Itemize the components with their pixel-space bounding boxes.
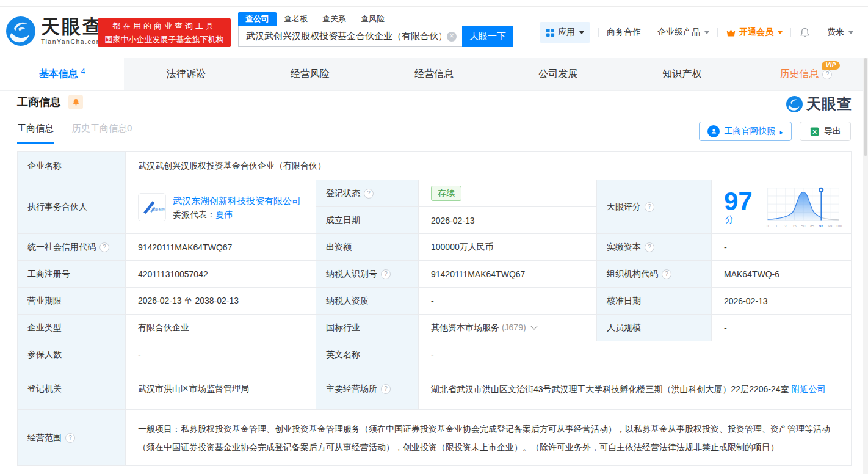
question-icon[interactable]	[381, 384, 391, 394]
question-icon[interactable]	[662, 269, 671, 279]
search-tab-relation[interactable]: 查关系	[315, 12, 353, 26]
score-unit: 分	[725, 214, 734, 224]
tab-company-development[interactable]: 公司发展	[496, 58, 620, 90]
tianyancha-logo[interactable]: 天眼查 TianYanCha.com	[6, 16, 103, 46]
search-tab-company[interactable]: 查公司	[238, 12, 277, 26]
open-vip-menu[interactable]: 开通会员	[726, 27, 783, 38]
question-icon[interactable]	[381, 269, 391, 279]
svg-text:50: 50	[801, 224, 806, 227]
scrollbar-thumb[interactable]	[864, 58, 867, 156]
credit-code-value: 91420111MAK64TWQ67	[126, 234, 316, 261]
rep-name-link[interactable]: 夏伟	[215, 210, 233, 219]
slogan-line2: 国家中小企业发展子基金旗下机构	[105, 33, 224, 46]
subtab-business-info[interactable]: 工商信息	[17, 123, 54, 144]
question-icon[interactable]	[822, 70, 832, 79]
apps-grid-icon	[546, 28, 555, 37]
export-button[interactable]: X 导出	[800, 122, 851, 141]
company-name-label: 企业名称	[18, 152, 126, 180]
slogan-line1: 都在用的商业查询工具	[112, 20, 216, 33]
chevron-down-icon[interactable]	[531, 323, 538, 329]
table-row: 工商注册号 420111310057042 纳税人识别号 91420111MAK…	[18, 261, 852, 288]
question-icon[interactable]	[364, 189, 374, 199]
table-row: 登记机关 武汉市洪山区市场监督管理局 主要经营场所 湖北省武汉市洪山区文治街43…	[18, 368, 852, 410]
clear-search-icon[interactable]	[447, 32, 457, 42]
english-name-label: 英文名称	[316, 341, 419, 368]
section-header: 工商信息	[17, 95, 83, 109]
divider	[790, 28, 791, 37]
slogan-badge: 都在用的商业查询工具 国家中小企业发展子基金旗下机构	[98, 18, 231, 47]
nearby-companies-link[interactable]: 附近公司	[791, 384, 825, 394]
svg-text:东湖创投: 东湖创投	[151, 208, 165, 211]
capital-value: 100000万人民币	[419, 234, 597, 261]
company-type-value: 有限合伙企业	[126, 315, 316, 341]
approval-date-value: 2026-02-13	[712, 288, 852, 315]
question-icon[interactable]	[645, 202, 654, 212]
excel-icon: X	[809, 126, 820, 137]
search-area: 查公司 查老板 查关系 查风险 天眼一下	[238, 12, 513, 47]
crown-icon	[726, 27, 736, 38]
industry-label: 国标行业	[316, 315, 419, 341]
search-tab-boss[interactable]: 查老板	[277, 12, 315, 26]
subtab-history-business-info[interactable]: 历史工商信息0	[72, 123, 132, 144]
industry-value[interactable]: 其他资本市场服务 (J679)	[419, 315, 597, 341]
question-icon[interactable]	[99, 242, 109, 252]
credit-code-label: 统一社会信用代码	[18, 234, 126, 261]
reg-status-value: 存续	[419, 180, 597, 207]
tab-count: 4	[81, 67, 85, 76]
partner-company-link[interactable]: 武汉东湖创新科技投资有限公司	[173, 195, 301, 206]
tab-basic-info[interactable]: 基本信息 4	[0, 58, 124, 90]
divider	[649, 28, 649, 37]
logo-name: 天眼查	[41, 17, 103, 37]
svg-text:0: 0	[767, 224, 769, 227]
official-snapshot-button[interactable]: 工商官网快照	[699, 122, 792, 141]
watermark-text: 天眼查	[806, 94, 852, 114]
tab-history-info[interactable]: VIP 历史信息	[744, 58, 868, 90]
top-strip	[0, 0, 868, 7]
enterprise-products-menu[interactable]: 企业级产品	[657, 27, 709, 38]
notifications-bell-icon[interactable]	[799, 27, 811, 38]
org-code-value: MAK64TWQ-6	[712, 261, 852, 288]
chevron-down-icon	[579, 31, 584, 34]
reg-status-label: 登记状态	[316, 180, 419, 207]
tab-intellectual-property[interactable]: 知识产权	[620, 58, 744, 90]
question-icon[interactable]	[65, 433, 75, 443]
chevron-down-icon	[848, 31, 853, 34]
biz-term-value: 2026-02-13 至 2038-02-13	[126, 288, 316, 315]
subscribe-bell-icon[interactable]	[68, 95, 83, 109]
tianyancha-watermark-icon	[786, 96, 803, 112]
search-tab-risk[interactable]: 查风险	[353, 12, 392, 26]
section-title: 工商信息	[17, 95, 61, 109]
apps-menu[interactable]: 应用	[540, 22, 590, 43]
taxpayer-id-label: 纳税人识别号	[316, 261, 419, 288]
chevron-down-icon	[778, 31, 783, 34]
tianyancha-logo-icon	[6, 16, 35, 46]
divider	[598, 28, 599, 37]
tab-operation-risk[interactable]: 经营风险	[248, 58, 372, 90]
business-scope-value: 一般项目：私募股权投资基金管理、创业投资基金管理服务（须在中国证券投资基金业协会…	[126, 410, 852, 466]
score-distribution-chart[interactable]: 0 1 3 15 50 85 97 99 100	[764, 184, 842, 230]
subtab-row: 工商信息 历史工商信息0 工商官网快照 X	[17, 123, 851, 147]
search-button[interactable]: 天眼一下	[462, 26, 513, 47]
company-nav-tabs: 基本信息 4 法律诉讼 经营风险 经营信息 公司发展 知识产权 VIP 历史信息	[0, 58, 868, 91]
user-menu[interactable]: 费米	[827, 27, 853, 38]
tab-legal-litigation[interactable]: 法律诉讼	[124, 58, 248, 90]
score-value: 97	[724, 187, 753, 216]
reg-authority-label: 登记机关	[18, 368, 126, 410]
scrollbar[interactable]	[863, 58, 868, 474]
paid-capital-label: 实缴资本	[597, 234, 712, 261]
question-icon[interactable]	[645, 242, 654, 252]
company-type-label: 企业类型	[18, 315, 126, 341]
executive-partner-label: 执行事务合伙人	[18, 180, 126, 234]
header-nav: 应用 商务合作 企业级产品 开通会员	[540, 7, 853, 58]
search-input[interactable]	[239, 26, 462, 46]
divider	[717, 28, 718, 37]
table-row: 经营范围 一般项目：私募股权投资基金管理、创业投资基金管理服务（须在中国证券投资…	[18, 410, 852, 466]
insured-count-value: -	[126, 341, 316, 368]
industry-code: (J679)	[502, 323, 526, 332]
partner-company-logo[interactable]: 东湖创投	[138, 193, 166, 221]
executive-partner-cell: 东湖创投 武汉东湖创新科技投资有限公司 委派代表：夏伟	[126, 180, 316, 234]
reg-number-value: 420111310057042	[126, 261, 316, 288]
business-cooperation-link[interactable]: 商务合作	[607, 27, 641, 38]
svg-text:85: 85	[810, 224, 814, 227]
tab-operation-info[interactable]: 经营信息	[372, 58, 496, 90]
